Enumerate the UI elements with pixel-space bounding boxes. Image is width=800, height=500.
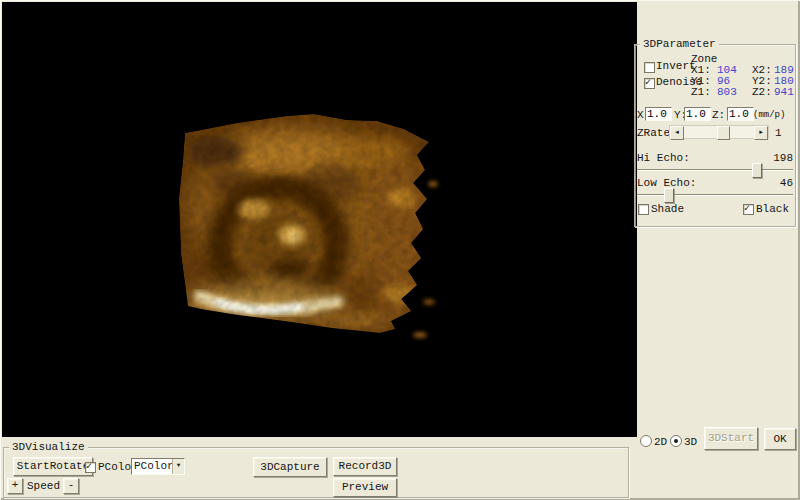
invert-checkbox[interactable]: ✓ [644,62,655,73]
mode-3d-radio[interactable] [670,435,682,447]
shade-checkbox[interactable]: ✓ [638,204,649,215]
zrate-label: ZRate [637,128,670,139]
scroll-left-icon[interactable]: ◄ [670,126,684,140]
hi-echo-value: 198 [763,153,793,164]
pcolor-checkbox[interactable]: ✓ [85,462,96,473]
group-3dvisualize-title: 3DVisualize [9,442,88,453]
zone-z1-value: 803 [717,87,737,98]
pcolor-dropdown-value: PColor [134,460,174,473]
hi-echo-track[interactable] [637,169,793,171]
chevron-down-icon[interactable]: ▼ [172,459,184,474]
zrate-scrollbar[interactable]: ◄ ► [669,125,769,139]
capture-button[interactable]: 3DCapture [253,457,327,477]
ok-button[interactable]: OK [764,428,796,450]
denoise-checkbox[interactable]: ✓ [644,78,655,89]
zone-z2-label: Z2: [752,87,772,98]
low-echo-track[interactable] [637,194,793,196]
speed-plus-button[interactable]: + [7,478,23,494]
check-icon: ✓ [86,460,92,472]
mode-2d-radio[interactable] [640,435,652,447]
scale-unit-label: (mm/p) [753,110,785,121]
mode-3d-label: 3D [684,437,697,448]
mode-2d-label: 2D [654,437,667,448]
scroll-right-icon[interactable]: ► [754,126,768,140]
group-3dparameter-title: 3DParameter [640,39,719,50]
black-label: Black [756,204,789,215]
zrate-thumb[interactable] [717,126,730,140]
zone-z1-label: Z1: [691,87,711,98]
group-3dparameter: 3DParameter ✓ Invert ✓ Denoise Zone X1: … [634,44,796,227]
invert-label: Invert [656,61,696,72]
start-rotate-button[interactable]: StartRotate [13,457,93,476]
speed-minus-button[interactable]: - [63,478,79,494]
record-button[interactable]: Record3D [333,457,397,476]
black-checkbox[interactable]: ✓ [743,204,754,215]
shade-label: Shade [651,204,684,215]
scale-z-label: Z: [712,110,725,121]
check-icon: ✓ [744,202,750,214]
start3d-button[interactable]: 3DStart [704,427,758,450]
hi-echo-thumb[interactable] [752,163,762,178]
viewport-3d[interactable] [2,2,637,437]
check-icon: ✓ [645,76,651,88]
scale-y-input[interactable] [684,107,711,121]
preview-button[interactable]: Preview [333,478,397,497]
group-3dvisualize: 3DVisualize StartRotate + Speed - ✓ PCol… [3,447,629,498]
ultrasound-render [2,2,637,437]
hi-echo-label: Hi Echo: [637,153,690,164]
speed-label: Speed [27,481,60,492]
scale-z-input[interactable] [727,107,754,121]
low-echo-thumb[interactable] [664,188,674,203]
scale-x-input[interactable] [645,107,672,121]
pcolor-dropdown[interactable]: PColor ▼ [131,458,185,475]
app-window: 3DParameter ✓ Invert ✓ Denoise Zone X1: … [0,0,800,500]
zrate-value: 1 [775,128,782,139]
zone-z2-value: 941 [774,87,794,98]
low-echo-value: 46 [763,178,793,189]
